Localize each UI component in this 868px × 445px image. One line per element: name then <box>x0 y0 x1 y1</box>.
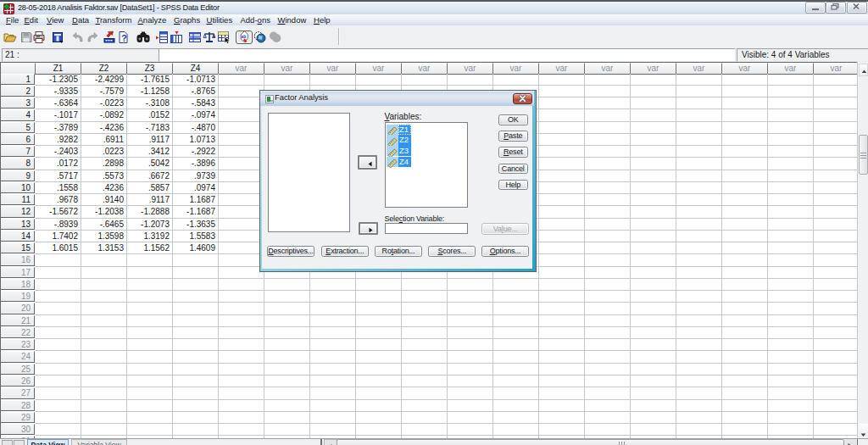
svg-text:ab: ab <box>242 34 247 39</box>
svg-text:?: ? <box>121 33 127 43</box>
